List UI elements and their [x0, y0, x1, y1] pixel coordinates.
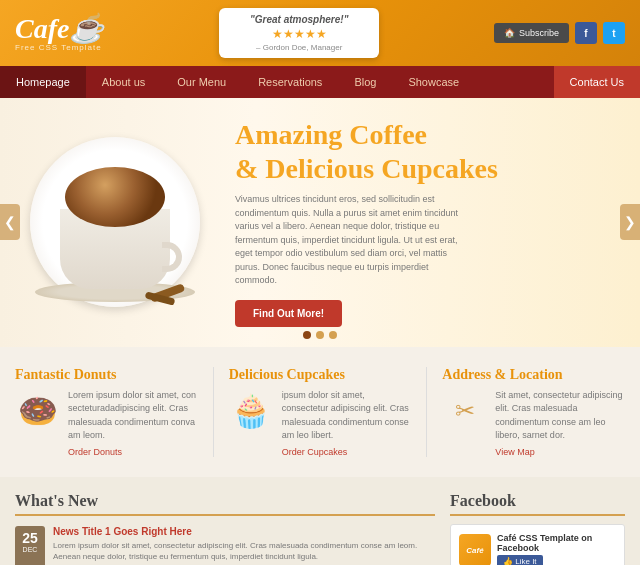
divider-2 [426, 367, 427, 457]
feature-donuts: Fantastic Donuts 🍩 Lorem ipsum dolor sit… [15, 367, 198, 457]
divider-1 [213, 367, 214, 457]
feature-donuts-body: 🍩 Lorem ipsum dolor sit amet, con sectet… [15, 389, 198, 457]
header: Cafe☕ Free CSS Template "Great atmospher… [0, 0, 640, 66]
coffee-icon: ☕ [69, 13, 104, 44]
fb-page-header: Café Café CSS Template on Facebook 👍 Lik… [459, 533, 616, 565]
feature-cupcakes-text: ipsum dolor sit amet, consectetur adipis… [282, 389, 412, 443]
nav-showcase[interactable]: Showcase [392, 66, 475, 98]
nav-about[interactable]: About us [86, 66, 161, 98]
facebook-like-button[interactable]: 👍 Like It [497, 555, 543, 565]
hero-title: Amazing Coffee & Delicious Cupcakes [235, 118, 625, 185]
hero-section: ❮ Amazing Coffee & Delicious Cupcakes Vi… [0, 98, 640, 347]
slider-prev-button[interactable]: ❮ [0, 204, 20, 240]
logo-area: Cafe☕ Free CSS Template [15, 15, 104, 52]
testimonial-author: – Gordon Doe, Manager [231, 43, 367, 52]
feature-address: Address & Location ✂ Sit amet, consectet… [442, 367, 625, 457]
hero-text: Amazing Coffee & Delicious Cupcakes Viva… [215, 118, 625, 327]
subscribe-label: Subscribe [519, 28, 559, 38]
features-section: Fantastic Donuts 🍩 Lorem ipsum dolor sit… [0, 347, 640, 477]
hero-content: Amazing Coffee & Delicious Cupcakes Viva… [0, 98, 640, 347]
news-title-1: News Title 1 Goes Right Here [53, 526, 435, 537]
news-column: What's New 25 DEC News Title 1 Goes Righ… [15, 492, 435, 565]
nav-reservations[interactable]: Reservations [242, 66, 338, 98]
nav-contact[interactable]: Contact Us [554, 66, 640, 98]
order-cupcakes-link[interactable]: Order Cupcakes [282, 447, 412, 457]
facebook-section: Facebook Café Café CSS Template on Faceb… [450, 492, 625, 565]
news-section-title: What's New [15, 492, 435, 516]
home-icon: 🏠 [504, 28, 515, 38]
cup-coffee [65, 167, 165, 227]
facebook-button[interactable]: f [575, 22, 597, 44]
view-map-link[interactable]: View Map [495, 447, 625, 457]
fb-page-name: Café CSS Template on Facebook [497, 533, 616, 553]
news-text-1: Lorem ipsum dolor sit amet, consectetur … [53, 540, 435, 562]
fb-page-avatar: Café [459, 534, 491, 565]
slider-next-button[interactable]: ❯ [620, 204, 640, 240]
news-content-1: News Title 1 Goes Right Here Lorem ipsum… [53, 526, 435, 565]
testimonial-quote: "Great atmosphere!" [231, 14, 367, 25]
hero-description: Vivamus ultrices tincidunt eros, sed sol… [235, 193, 465, 288]
news-date-1: 25 DEC [15, 526, 45, 565]
feature-address-body: ✂ Sit amet, consectetur adipiscing elit.… [442, 389, 625, 457]
logo-subtitle: Free CSS Template [15, 43, 104, 52]
header-right: 🏠 Subscribe f t [494, 22, 625, 44]
news-date-month-1: DEC [21, 546, 39, 553]
cupcake-icon: 🧁 [229, 389, 274, 434]
nav-menu[interactable]: Our Menu [161, 66, 242, 98]
order-donuts-link[interactable]: Order Donuts [68, 447, 198, 457]
whats-new-section: What's New 25 DEC News Title 1 Goes Righ… [0, 477, 640, 565]
donut-icon: 🍩 [15, 389, 60, 434]
facebook-title: Facebook [450, 492, 625, 516]
dot-2[interactable] [316, 331, 324, 339]
hero-cta-button[interactable]: Find Out More! [235, 300, 342, 327]
hero-title-line1: Amazing Coffee [235, 119, 427, 150]
navigation: Homepage About us Our Menu Reservations … [0, 66, 640, 98]
nav-homepage[interactable]: Homepage [0, 66, 86, 98]
feature-address-text: Sit amet, consectetur adipiscing elit. C… [495, 389, 625, 443]
hero-image [15, 137, 215, 307]
news-date-num-1: 25 [21, 530, 39, 546]
feature-donuts-text: Lorem ipsum dolor sit amet, con sectetur… [68, 389, 198, 443]
coffee-cup [30, 137, 200, 307]
twitter-button[interactable]: t [603, 22, 625, 44]
feature-cupcakes: Delicious Cupcakes 🧁 ipsum dolor sit ame… [229, 367, 412, 457]
cup-handle [162, 242, 182, 272]
facebook-widget: Café Café CSS Template on Facebook 👍 Lik… [450, 524, 625, 565]
scissors-icon: ✂ [442, 389, 487, 434]
feature-cupcakes-title: Delicious Cupcakes [229, 367, 412, 383]
dot-1[interactable] [303, 331, 311, 339]
news-item-1: 25 DEC News Title 1 Goes Right Here Lore… [15, 526, 435, 565]
logo-text: Cafe [15, 13, 69, 44]
feature-address-title: Address & Location [442, 367, 625, 383]
slider-dots [303, 331, 337, 339]
testimonial-box: "Great atmosphere!" ★★★★★ – Gordon Doe, … [219, 8, 379, 58]
nav-blog[interactable]: Blog [338, 66, 392, 98]
star-rating: ★★★★★ [231, 27, 367, 41]
logo: Cafe☕ [15, 15, 104, 43]
dot-3[interactable] [329, 331, 337, 339]
feature-donuts-title: Fantastic Donuts [15, 367, 198, 383]
subscribe-button[interactable]: 🏠 Subscribe [494, 23, 569, 43]
feature-cupcakes-body: 🧁 ipsum dolor sit amet, consectetur adip… [229, 389, 412, 457]
hero-title-line2: & Delicious Cupcakes [235, 153, 498, 184]
